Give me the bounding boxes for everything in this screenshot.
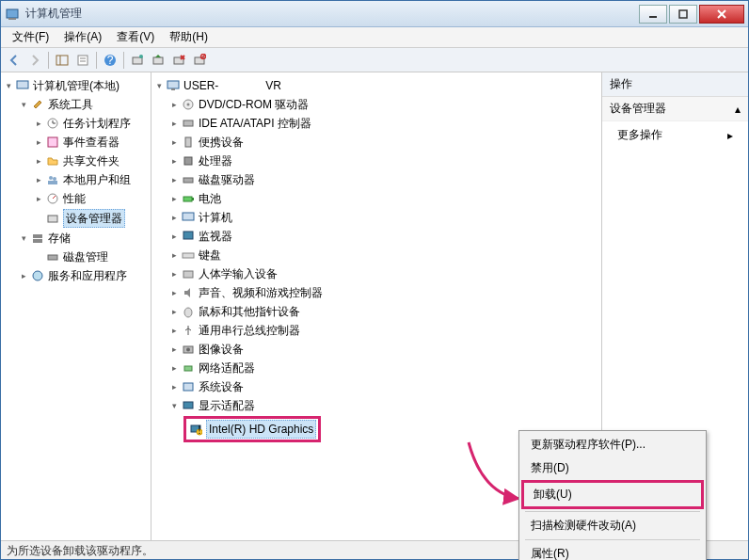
back-button[interactable] <box>5 51 24 70</box>
tree-label: 设备管理器 <box>63 209 125 228</box>
svg-rect-55 <box>183 383 193 391</box>
sound-icon <box>181 285 196 300</box>
tree-label: 磁盘管理 <box>63 248 108 265</box>
cm-scan[interactable]: 扫描检测硬件改动(A) <box>521 514 704 537</box>
cm-disable[interactable]: 禁用(D) <box>521 456 704 480</box>
collapse-icon[interactable]: ▾ <box>168 400 180 411</box>
more-actions[interactable]: 更多操作 ▸ <box>602 121 748 149</box>
dev-diskdrive[interactable]: ▸磁盘驱动器 <box>168 170 599 189</box>
dev-hid[interactable]: ▸人体学输入设备 <box>168 264 599 283</box>
dev-sound[interactable]: ▸声音、视频和游戏控制器 <box>168 283 599 302</box>
cm-properties[interactable]: 属性(R) <box>521 542 704 560</box>
uninstall-button[interactable] <box>169 51 188 70</box>
forward-button[interactable] <box>25 51 44 70</box>
tree-users[interactable]: ▸本地用户和组 <box>33 170 149 189</box>
menu-file[interactable]: 文件(F) <box>5 27 56 47</box>
tree-tasksched[interactable]: ▸任务计划程序 <box>33 114 149 133</box>
tree-services[interactable]: ▸服务和应用程序 <box>18 266 149 285</box>
svg-point-28 <box>53 177 56 181</box>
expand-icon[interactable]: ▸ <box>18 270 29 281</box>
properties-button[interactable] <box>73 51 92 70</box>
tree-root[interactable]: ▾ 计算机管理(本地) <box>3 76 149 95</box>
gpu-label: Intel(R) HD Graphics <box>206 420 316 439</box>
dev-dvd[interactable]: ▸DVD/CD-ROM 驱动器 <box>168 95 599 114</box>
svg-text:!: ! <box>198 424 200 436</box>
svg-rect-48 <box>183 232 193 239</box>
svg-rect-29 <box>48 181 57 184</box>
monitor-icon <box>181 229 196 244</box>
svg-rect-37 <box>167 81 179 88</box>
dev-imaging[interactable]: ▸图像设备 <box>168 340 599 359</box>
collapse-icon[interactable]: ▾ <box>18 232 29 244</box>
dev-sysdev[interactable]: ▸系统设备 <box>168 377 599 396</box>
dev-net[interactable]: ▸网络适配器 <box>168 359 599 377</box>
cm-uninstall[interactable]: 卸载(U) <box>524 483 701 506</box>
dev-battery[interactable]: ▸电池 <box>168 189 599 208</box>
close-button[interactable] <box>699 5 744 24</box>
event-icon <box>45 135 60 150</box>
tree-label: 共享文件夹 <box>63 152 120 169</box>
tree-storage[interactable]: ▾ 存储 <box>18 229 149 248</box>
disk-icon <box>45 249 60 264</box>
dev-mouse[interactable]: ▸鼠标和其他指针设备 <box>168 302 599 321</box>
device-tree-pane[interactable]: ▾ USER-VR ▸DVD/CD-ROM 驱动器 ▸IDE ATA/ATAPI… <box>151 72 602 540</box>
tree-diskmgmt[interactable]: 磁盘管理 <box>33 248 149 266</box>
svg-rect-22 <box>17 81 28 88</box>
dev-portable[interactable]: ▸便携设备 <box>168 133 599 152</box>
menu-view[interactable]: 查看(V) <box>109 27 162 47</box>
disable-button[interactable] <box>190 51 209 70</box>
svg-rect-54 <box>184 366 192 371</box>
svg-rect-0 <box>7 9 18 18</box>
actions-header: 操作 <box>602 72 748 97</box>
expand-icon[interactable]: ▸ <box>33 155 44 167</box>
window-title: 计算机管理 <box>25 6 637 22</box>
help-button[interactable]: ? <box>101 51 120 70</box>
dev-cpu[interactable]: ▸处理器 <box>168 152 599 170</box>
svg-rect-46 <box>192 198 194 200</box>
minimize-button[interactable] <box>639 5 667 24</box>
tree-perf[interactable]: ▸性能 <box>33 189 149 208</box>
cpu-icon <box>181 153 196 168</box>
expand-icon[interactable]: ▸ <box>33 193 44 204</box>
menu-help[interactable]: 帮助(H) <box>162 27 215 47</box>
collapse-icon[interactable]: ▴ <box>735 103 741 116</box>
dev-monitor[interactable]: ▸监视器 <box>168 227 599 246</box>
actions-section[interactable]: 设备管理器 ▴ <box>602 97 748 121</box>
dev-keyboard[interactable]: ▸键盘 <box>168 246 599 264</box>
expand-icon[interactable]: ▸ <box>33 118 44 129</box>
tree-label: 系统工具 <box>48 96 93 113</box>
svg-rect-49 <box>183 253 194 258</box>
show-hide-button[interactable] <box>53 51 72 70</box>
computer-icon <box>181 210 196 225</box>
display-icon <box>181 398 196 413</box>
update-drv-button[interactable] <box>149 51 167 70</box>
expand-icon[interactable]: ▸ <box>33 136 44 148</box>
dev-display[interactable]: ▾显示适配器 <box>168 396 599 415</box>
scan-hw-button[interactable] <box>128 51 147 70</box>
maximize-button[interactable] <box>669 5 697 24</box>
dev-root[interactable]: ▾ USER-VR <box>153 76 599 95</box>
tree-label: 服务和应用程序 <box>48 267 127 284</box>
dev-computer[interactable]: ▸计算机 <box>168 208 599 227</box>
dev-usb[interactable]: ▸通用串行总线控制器 <box>168 321 599 340</box>
tree-systools[interactable]: ▾ 系统工具 <box>18 95 149 114</box>
collapse-icon[interactable]: ▾ <box>3 80 14 91</box>
storage-icon <box>30 231 45 246</box>
tree-eventviewer[interactable]: ▸事件查看器 <box>33 133 149 152</box>
collapse-icon[interactable]: ▾ <box>153 80 165 91</box>
tree-label: 性能 <box>63 190 86 207</box>
tools-icon <box>30 97 45 112</box>
titlebar[interactable]: 计算机管理 <box>1 1 748 27</box>
collapse-icon[interactable]: ▾ <box>18 99 29 110</box>
tree-shared[interactable]: ▸共享文件夹 <box>33 152 149 170</box>
tree-devmgr[interactable]: 设备管理器 <box>33 208 149 229</box>
left-tree-pane[interactable]: ▾ 计算机管理(本地) ▾ 系统工具 ▸任务计划程序 <box>1 72 151 540</box>
expand-icon[interactable]: ▸ <box>33 174 44 185</box>
cm-update-driver[interactable]: 更新驱动程序软件(P)... <box>521 433 704 456</box>
dev-ide[interactable]: ▸IDE ATA/ATAPI 控制器 <box>168 114 599 133</box>
perf-icon <box>45 191 60 206</box>
usb-icon <box>181 323 196 338</box>
status-text: 为所选设备卸载该驱动程序。 <box>7 544 153 557</box>
menu-action[interactable]: 操作(A) <box>56 27 109 47</box>
cm-separator <box>525 539 700 540</box>
